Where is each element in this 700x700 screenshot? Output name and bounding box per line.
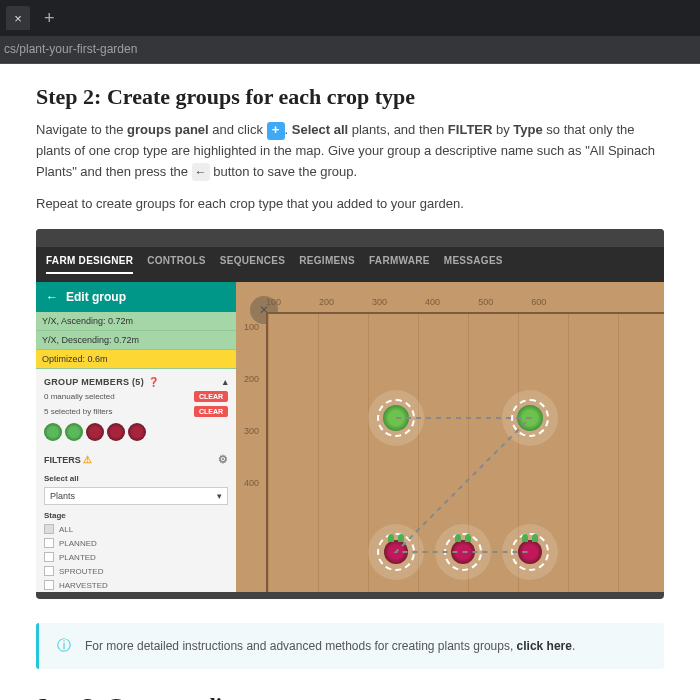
info-banner: ⓘ For more detailed instructions and adv… (36, 623, 664, 669)
tab-farmware[interactable]: FARMWARE (369, 255, 430, 274)
step-2-heading: Step 2: Create groups for each crop type (36, 84, 664, 110)
spinach-icon[interactable] (44, 423, 62, 441)
panel-header: ← Edit group (36, 282, 236, 312)
beet-icon[interactable] (86, 423, 104, 441)
filter-type-select[interactable]: Plants ▾ (44, 487, 228, 505)
garden-map[interactable]: ✕ 100200300400500600 100200300400 (236, 282, 664, 592)
stage-label: Stage (36, 507, 236, 522)
stage-checkbox-sprouted[interactable]: SPROUTED (36, 564, 236, 578)
sort-option[interactable]: Y/X, Descending: 0.72m (36, 331, 236, 350)
back-icon[interactable]: ← (46, 290, 58, 304)
warning-icon: ⚠ (83, 454, 92, 465)
info-icon: ⓘ (57, 637, 71, 655)
app-screenshot: FARM DESIGNER CONTROLS SEQUENCES REGIMEN… (36, 229, 664, 599)
sort-option-optimized[interactable]: Optimized: 0.6m (36, 350, 236, 369)
close-icon[interactable]: × (6, 6, 30, 30)
beet-icon[interactable] (128, 423, 146, 441)
y-axis-ruler: 100200300400 (244, 322, 259, 488)
panel-title: Edit group (66, 290, 126, 304)
chevron-down-icon: ▾ (217, 491, 222, 501)
tab-messages[interactable]: MESSAGES (444, 255, 503, 274)
sort-option[interactable]: Y/X, Ascending: 0.72m (36, 312, 236, 331)
browser-tab-bar: × + (0, 0, 700, 36)
manually-selected-row: 0 manually selected CLEAR (36, 389, 236, 404)
map-crop-spinach[interactable] (377, 399, 415, 437)
x-axis-ruler: 100200300400500600 (266, 297, 546, 307)
beet-icon[interactable] (107, 423, 125, 441)
group-members-heading: GROUP MEMBERS (5) ❓ ▴ (36, 369, 236, 389)
group-member-icons (36, 419, 236, 445)
map-crop-beet[interactable] (377, 533, 415, 571)
tab-sequences[interactable]: SEQUENCES (220, 255, 286, 274)
document-content: Step 2: Create groups for each crop type… (0, 64, 700, 700)
url-bar[interactable]: cs/plant-your-first-garden (0, 36, 700, 64)
map-crop-spinach[interactable] (511, 399, 549, 437)
app-nav-tabs: FARM DESIGNER CONTROLS SEQUENCES REGIMEN… (36, 247, 664, 282)
stage-checkbox-planted[interactable]: PLANTED (36, 550, 236, 564)
map-crop-beet[interactable] (511, 533, 549, 571)
click-here-link[interactable]: click here (517, 639, 572, 653)
tab-regimens[interactable]: REGIMENS (299, 255, 355, 274)
stage-checkbox-all[interactable]: ALL (36, 522, 236, 536)
clear-button[interactable]: CLEAR (194, 406, 228, 417)
back-arrow-icon: ← (192, 163, 210, 181)
new-tab-icon[interactable]: + (44, 8, 55, 29)
chevron-up-icon[interactable]: ▴ (223, 377, 228, 387)
tab-farm-designer[interactable]: FARM DESIGNER (46, 255, 133, 274)
tab-controls[interactable]: CONTROLS (147, 255, 206, 274)
gear-icon[interactable]: ⚙ (218, 453, 228, 466)
filter-selected-row: 5 selected by filters CLEAR (36, 404, 236, 419)
step-3-heading: Step 3: Create seeding sequences (36, 693, 664, 700)
clear-button[interactable]: CLEAR (194, 391, 228, 402)
filters-heading: FILTERS ⚠ ⚙ (36, 445, 236, 470)
plus-icon: + (267, 122, 285, 140)
stage-checkbox-harvested[interactable]: HARVESTED (36, 578, 236, 592)
help-icon[interactable]: ❓ (148, 377, 159, 387)
step-2-paragraph-2: Repeat to create groups for each crop ty… (36, 194, 664, 215)
select-all-label: Select all (36, 470, 236, 485)
stage-checkbox-planned[interactable]: PLANNED (36, 536, 236, 550)
spinach-icon[interactable] (65, 423, 83, 441)
edit-group-sidebar: ← Edit group Y/X, Ascending: 0.72m Y/X, … (36, 282, 236, 592)
step-2-paragraph-1: Navigate to the groups panel and click +… (36, 120, 664, 182)
map-crop-beet[interactable] (444, 533, 482, 571)
